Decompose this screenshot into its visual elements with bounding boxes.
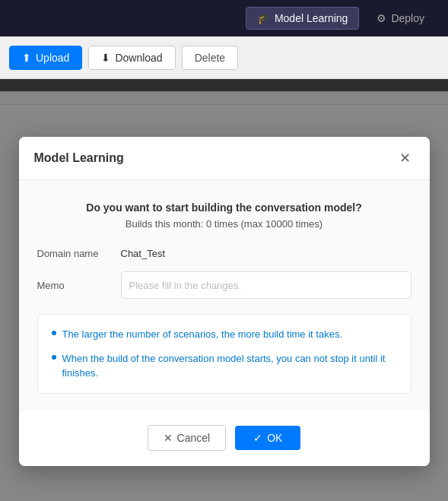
- modal-body: Do you want to start building the conver…: [19, 180, 430, 409]
- modal-question: Do you want to start building the conver…: [37, 201, 411, 214]
- model-learning-nav-btn[interactable]: 🎓 Model Learning: [246, 7, 360, 30]
- memo-input[interactable]: [121, 271, 411, 299]
- notice-text-2: When the build of the conversation model…: [62, 351, 397, 381]
- domain-name-value: Chat_Test: [121, 248, 166, 259]
- modal-close-button[interactable]: ✕: [396, 149, 415, 167]
- notice-item-1: The larger the number of scenarios, the …: [52, 327, 397, 342]
- download-icon: ⬇: [101, 52, 110, 64]
- memo-row: Memo: [37, 271, 411, 299]
- top-nav: 🎓 Model Learning ⚙ Deploy: [0, 0, 448, 36]
- upload-icon: ⬆: [22, 52, 31, 64]
- cancel-button[interactable]: ✕ Cancel: [148, 425, 227, 451]
- upload-label: Upload: [36, 52, 69, 64]
- domain-name-label: Domain name: [37, 248, 121, 259]
- deploy-icon: ⚙: [377, 12, 386, 24]
- page-content: Model Learning ✕ Do you want to start bu…: [0, 91, 448, 501]
- notice-bullet-2: [52, 355, 56, 360]
- delete-label: Delete: [195, 52, 225, 64]
- cancel-label: Cancel: [177, 432, 211, 444]
- deploy-nav-label: Deploy: [391, 12, 424, 24]
- deploy-nav-btn[interactable]: ⚙ Deploy: [365, 7, 436, 30]
- modal-header: Model Learning ✕: [19, 137, 430, 180]
- modal-title: Model Learning: [34, 151, 124, 165]
- notice-text-1: The larger the number of scenarios, the …: [62, 327, 343, 342]
- delete-button[interactable]: Delete: [182, 46, 238, 70]
- domain-name-row: Domain name Chat_Test: [37, 248, 411, 259]
- memo-label: Memo: [37, 280, 121, 291]
- cancel-x-icon: ✕: [164, 432, 173, 444]
- notice-item-2: When the build of the conversation model…: [52, 351, 397, 381]
- model-learning-modal: Model Learning ✕ Do you want to start bu…: [19, 137, 430, 466]
- graduation-cap-icon: 🎓: [257, 12, 270, 24]
- download-button[interactable]: ⬇ Download: [88, 46, 175, 70]
- ok-label: OK: [267, 432, 282, 444]
- notice-bullet-1: [52, 331, 56, 335]
- modal-footer: ✕ Cancel ✓ OK: [19, 409, 430, 466]
- modal-subtitle: Builds this month: 0 times (max 10000 ti…: [37, 218, 411, 230]
- notice-box: The larger the number of scenarios, the …: [37, 314, 411, 394]
- download-label: Download: [115, 52, 162, 64]
- ok-check-icon: ✓: [253, 432, 262, 444]
- model-learning-nav-label: Model Learning: [275, 12, 348, 24]
- modal-overlay: Model Learning ✕ Do you want to start bu…: [0, 91, 448, 501]
- ok-button[interactable]: ✓ OK: [235, 426, 300, 450]
- upload-button[interactable]: ⬆ Upload: [9, 46, 82, 70]
- toolbar: ⬆ Upload ⬇ Download Delete: [0, 36, 448, 79]
